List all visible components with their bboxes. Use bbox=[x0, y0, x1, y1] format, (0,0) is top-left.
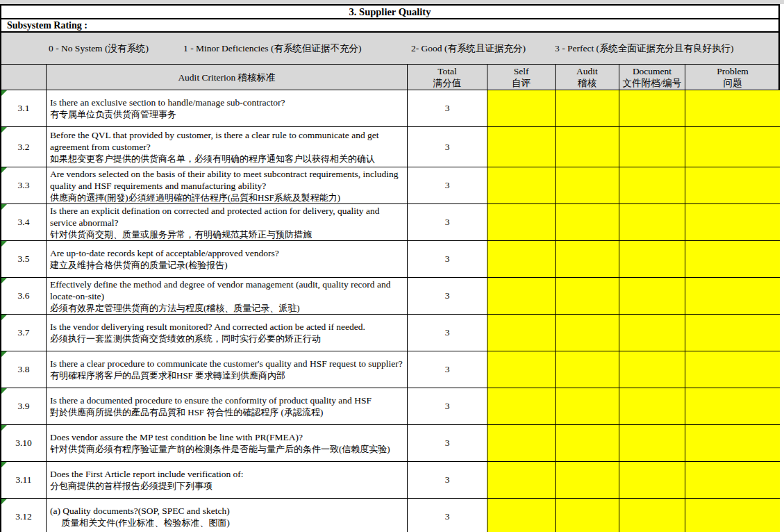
audit-score-input-cell[interactable] bbox=[556, 351, 619, 388]
criterion-cell: (a) Quality documents?(SOP, SPEC and ske… bbox=[47, 499, 408, 532]
problem-input-cell[interactable] bbox=[685, 351, 780, 388]
row-number-cell: 3.12 bbox=[1, 499, 47, 532]
document-input-cell[interactable] bbox=[619, 204, 685, 240]
total-score-cell: 3 bbox=[408, 127, 487, 167]
self-score-input-cell[interactable] bbox=[487, 90, 556, 126]
problem-input-cell[interactable] bbox=[685, 462, 780, 498]
criterion-text-chinese: 针对供货商必须有程序验证量产前的检测条件是否能与量产后的条件一致(信赖度实验) bbox=[50, 443, 404, 455]
row-number: 3.9 bbox=[18, 401, 30, 412]
document-input-cell[interactable] bbox=[619, 127, 685, 167]
self-score-input-cell[interactable] bbox=[487, 315, 556, 351]
total-score-cell: 3 bbox=[408, 388, 487, 424]
document-input-cell[interactable] bbox=[619, 388, 685, 424]
total-score-cell: 3 bbox=[408, 351, 487, 388]
document-input-cell[interactable] bbox=[619, 351, 685, 388]
problem-input-cell[interactable] bbox=[685, 388, 780, 424]
criterion-text-chinese: 建立及维持合格供货商的质量记录(检验报告) bbox=[50, 259, 404, 271]
document-input-cell[interactable] bbox=[619, 425, 685, 461]
problem-input-cell[interactable] bbox=[685, 499, 780, 532]
problem-input-cell[interactable] bbox=[685, 241, 780, 277]
header-self: Self 自评 bbox=[487, 65, 556, 90]
problem-input-cell[interactable] bbox=[685, 90, 780, 126]
document-input-cell[interactable] bbox=[619, 315, 685, 351]
total-score-cell: 3 bbox=[408, 241, 487, 277]
criterion-text-chinese: 有明確程序將客戶的品質要求和HSF 要求轉達到供應商內部 bbox=[50, 369, 404, 381]
total-score-cell: 3 bbox=[408, 167, 487, 203]
problem-input-cell[interactable] bbox=[685, 167, 780, 203]
audit-score-input-cell[interactable] bbox=[556, 315, 619, 351]
audit-score-input-cell[interactable] bbox=[556, 204, 619, 240]
audit-table: 3. Supplier Quality Subsystem Rating : 0… bbox=[0, 4, 780, 532]
subsystem-rating-row: Subsystem Rating : bbox=[1, 19, 778, 33]
criterion-text-english: Effectively define the method and degree… bbox=[50, 279, 404, 302]
error-indicator-triangle-icon bbox=[1, 278, 7, 283]
self-score-input-cell[interactable] bbox=[487, 278, 556, 314]
document-input-cell[interactable] bbox=[619, 167, 685, 203]
criterion-text-english: Are vendors selected on the basis of the… bbox=[50, 168, 404, 192]
row-number: 3.6 bbox=[18, 290, 30, 301]
spreadsheet: 3. Supplier Quality Subsystem Rating : 0… bbox=[0, 0, 784, 532]
error-indicator-triangle-icon bbox=[1, 241, 7, 247]
criterion-cell: Is there an exclusive section to handle/… bbox=[47, 90, 408, 126]
criterion-text-chinese: 有专属单位负责供货商管理事务 bbox=[50, 108, 404, 120]
table-header-row: Audit Criterion 稽核标准 Total 满分值 Self 自评 A… bbox=[1, 65, 778, 90]
audit-score-input-cell[interactable] bbox=[556, 462, 619, 498]
criterion-cell: Is there a documented procedure to ensur… bbox=[47, 388, 408, 424]
criterion-text-chinese: 對於供應商所提供的產品有品質和 HSF 符合性的確認程序 (承認流程) bbox=[50, 406, 404, 418]
self-score-input-cell[interactable] bbox=[487, 388, 556, 424]
audit-score-input-cell[interactable] bbox=[556, 167, 619, 203]
criterion-text-english: Is there a clear procedure to communicat… bbox=[50, 358, 404, 369]
audit-score-input-cell[interactable] bbox=[556, 388, 619, 424]
self-score-input-cell[interactable] bbox=[487, 425, 556, 461]
sheet-title-row: 3. Supplier Quality bbox=[1, 4, 778, 19]
error-indicator-triangle-icon bbox=[1, 204, 7, 210]
self-score-input-cell[interactable] bbox=[487, 204, 556, 240]
problem-input-cell[interactable] bbox=[685, 127, 780, 167]
document-input-cell[interactable] bbox=[619, 278, 685, 314]
right-margin-strip bbox=[780, 0, 784, 532]
row-number: 3.7 bbox=[18, 327, 30, 338]
row-number: 3.11 bbox=[15, 474, 31, 485]
table-row: 3.5 Are up-to-date records kept of accep… bbox=[1, 241, 778, 278]
criterion-text-english: Is the vendor deliverying result monitor… bbox=[50, 321, 404, 333]
criterion-cell: Is there an explicit defination on corre… bbox=[47, 204, 408, 240]
problem-input-cell[interactable] bbox=[685, 315, 780, 351]
self-score-input-cell[interactable] bbox=[487, 167, 556, 203]
row-number: 3.1 bbox=[18, 103, 30, 114]
row-number: 3.10 bbox=[15, 438, 32, 449]
criterion-text-chinese: 供應商的選擇(開發)必須經過明確的評估程序(品質和HSF系統及製程能力) bbox=[50, 192, 404, 203]
self-score-input-cell[interactable] bbox=[487, 241, 556, 277]
criterion-cell: Effectively define the method and degree… bbox=[47, 278, 408, 314]
header-audit: Audit 稽核 bbox=[556, 65, 619, 90]
error-indicator-triangle-icon bbox=[1, 462, 7, 467]
problem-input-cell[interactable] bbox=[685, 204, 780, 240]
criterion-text-english: Is there a documented procedure to ensur… bbox=[50, 394, 404, 406]
row-number-cell: 3.5 bbox=[1, 241, 47, 277]
total-score-cell: 3 bbox=[408, 499, 487, 532]
audit-score-input-cell[interactable] bbox=[556, 241, 619, 277]
self-score-input-cell[interactable] bbox=[487, 499, 556, 532]
audit-score-input-cell[interactable] bbox=[556, 499, 619, 532]
table-row: 3.8 Is there a clear procedure to commun… bbox=[1, 351, 778, 388]
document-input-cell[interactable] bbox=[619, 499, 685, 532]
audit-score-input-cell[interactable] bbox=[556, 425, 619, 461]
problem-input-cell[interactable] bbox=[685, 425, 780, 461]
audit-score-input-cell[interactable] bbox=[556, 278, 619, 314]
document-input-cell[interactable] bbox=[619, 462, 685, 498]
self-score-input-cell[interactable] bbox=[487, 351, 556, 388]
row-number-cell: 3.1 bbox=[1, 90, 47, 126]
self-score-input-cell[interactable] bbox=[487, 462, 556, 498]
row-number: 3.12 bbox=[15, 511, 32, 522]
header-number-column bbox=[1, 65, 47, 90]
audit-score-input-cell[interactable] bbox=[556, 90, 619, 126]
right-margin-top bbox=[780, 0, 784, 4]
problem-input-cell[interactable] bbox=[685, 278, 780, 314]
audit-score-input-cell[interactable] bbox=[556, 127, 619, 167]
table-row: 3.2 Before the QVL that provided by cust… bbox=[1, 127, 778, 167]
header-document: Document 文件附档/编号 bbox=[619, 65, 685, 90]
document-input-cell[interactable] bbox=[619, 241, 685, 277]
self-score-input-cell[interactable] bbox=[487, 127, 556, 167]
criterion-cell: Does the First Article report include ve… bbox=[47, 462, 408, 498]
error-indicator-triangle-icon bbox=[1, 425, 7, 431]
document-input-cell[interactable] bbox=[619, 90, 685, 126]
